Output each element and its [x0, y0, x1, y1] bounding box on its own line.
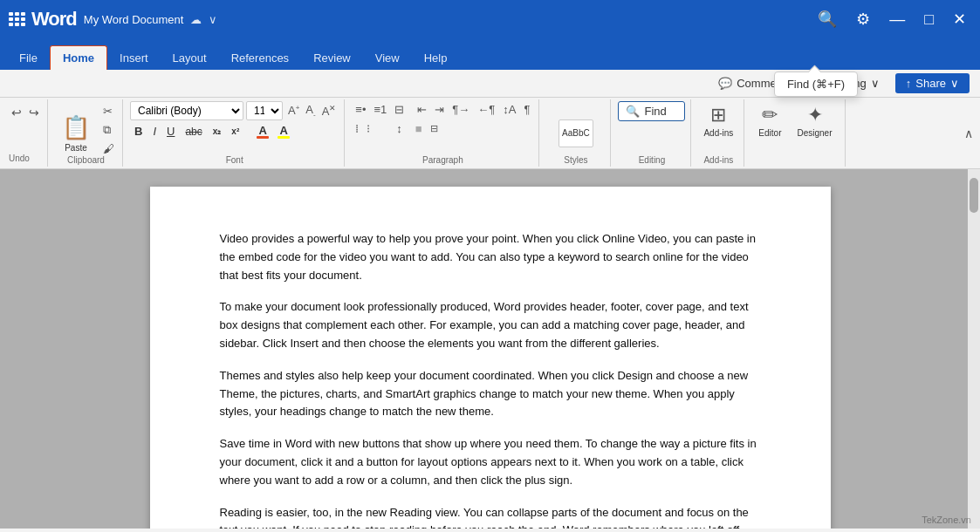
tab-view[interactable]: View	[363, 46, 412, 70]
paragraph-1: Video provides a powerful way to help yo…	[220, 230, 761, 284]
maximize-button[interactable]: □	[917, 7, 941, 32]
scrollbar[interactable]	[968, 169, 980, 529]
share-icon: ↑	[906, 77, 912, 90]
styles-label: Styles	[541, 155, 610, 165]
rtl-button[interactable]: ←¶	[474, 101, 498, 118]
paragraph-4: Save time in Word with new buttons that …	[220, 435, 761, 489]
addins-group: ⊞ Add-ins Add-ins	[693, 99, 744, 167]
align-right-button[interactable]	[374, 120, 384, 137]
clear-format-button[interactable]: A✕	[319, 102, 339, 119]
sort-button[interactable]: ↕A	[499, 101, 519, 118]
align-left-button[interactable]: ⁞	[352, 120, 362, 137]
decrease-indent-button[interactable]: ⇤	[414, 101, 430, 118]
font-color-letter: A	[259, 125, 267, 136]
undo-label: Undo	[9, 150, 42, 163]
decrease-font-button[interactable]: A-	[303, 102, 318, 119]
italic-button[interactable]: I	[148, 123, 161, 140]
tab-references[interactable]: References	[219, 46, 301, 70]
bullet-list-button[interactable]: ≡•	[352, 101, 369, 118]
title-bar-left: Word My Word Document ☁ ∨	[7, 8, 804, 31]
share-button[interactable]: ↑ Share ∨	[895, 73, 970, 93]
ribbon-toolbar: ↩ ↪ Undo 📋 Paste ✂ ⧉ 🖌 Clipboard Calibri…	[0, 98, 980, 169]
superscript-button[interactable]: x²	[227, 125, 243, 138]
cloud-icon[interactable]: ☁	[190, 13, 202, 26]
redo-button[interactable]: ↪	[26, 103, 42, 122]
editor-button[interactable]: ✏ Editor	[751, 101, 788, 165]
font-color-bar	[257, 136, 269, 139]
subscript-button[interactable]: x₂	[209, 125, 226, 138]
increase-font-button[interactable]: A+	[285, 102, 302, 119]
tab-file[interactable]: File	[7, 46, 50, 70]
line-spacing-button[interactable]: ↕	[393, 120, 406, 137]
share-label: Share	[915, 77, 946, 90]
shading-button[interactable]: ■	[412, 120, 426, 137]
bold-button[interactable]: B	[130, 123, 147, 140]
designer-label: Designer	[797, 128, 832, 138]
document-area: Video provides a powerful way to help yo…	[0, 169, 980, 529]
find-label: Find	[644, 105, 666, 118]
styles-icon: AaBbC	[559, 119, 593, 147]
font-group: Calibri (Body) 11 A+ A- A✕ B I U abc x₂ …	[125, 99, 345, 167]
tab-home[interactable]: Home	[50, 45, 107, 70]
title-bar-right: 🔍 ⚙ — □ ✕	[811, 6, 973, 32]
font-label: Font	[125, 155, 344, 165]
paragraph-label: Paragraph	[346, 155, 538, 165]
copy-button[interactable]: ⧉	[100, 121, 117, 139]
highlight-bar	[278, 136, 290, 139]
designer-button[interactable]: ✦ Designer	[790, 101, 839, 165]
clipboard-group: 📋 Paste ✂ ⧉ 🖌 Clipboard	[50, 99, 123, 167]
settings-button[interactable]: ⚙	[849, 6, 877, 32]
border-button[interactable]: ⊟	[427, 121, 442, 136]
find-tooltip: Find (⌘+F)	[774, 72, 858, 97]
clipboard-label: Clipboard	[50, 155, 122, 165]
search-button[interactable]: 🔍	[811, 6, 844, 32]
share-chevron-icon: ∨	[950, 77, 959, 90]
tab-review[interactable]: Review	[301, 46, 363, 70]
find-shortcut-text: Find (⌘+F)	[787, 78, 845, 91]
editing-chevron-icon: ∨	[871, 77, 880, 90]
tab-layout[interactable]: Layout	[161, 46, 219, 70]
show-marks-button[interactable]: ¶	[520, 101, 533, 118]
chevron-down-icon[interactable]: ∨	[209, 13, 217, 26]
font-color-button[interactable]: A	[253, 124, 272, 140]
find-button[interactable]: 🔍 Find	[618, 101, 685, 121]
addins-group-label: Add-ins	[693, 155, 744, 165]
strikethrough-button[interactable]: abc	[181, 124, 206, 140]
designer-icon: ✦	[807, 104, 823, 126]
undo-redo-row: ↩ ↪	[9, 103, 42, 122]
app-grid-icon[interactable]	[7, 10, 24, 28]
tab-help[interactable]: Help	[412, 46, 460, 70]
editing-group-label: Editing	[618, 155, 685, 165]
tab-insert[interactable]: Insert	[107, 46, 161, 70]
ltr-button[interactable]: ¶→	[449, 101, 473, 118]
font-size-select[interactable]: 11	[246, 101, 283, 120]
scroll-thumb[interactable]	[970, 178, 978, 213]
minimize-button[interactable]: —	[882, 7, 912, 32]
justify-button[interactable]: ⁠	[385, 120, 392, 137]
watermark: TekZone.vn	[922, 515, 971, 525]
paragraph-2: To make your document look professionall…	[220, 298, 761, 352]
paragraph-group: ≡• ≡1 ⊟ ⇤ ⇥ ¶→ ←¶ ↕A ¶ ⁞ ⁝ ⁠ ↕ ■ ⊟ Parag…	[346, 99, 539, 167]
para-row2: ⁞ ⁝ ⁠ ↕ ■ ⊟	[352, 120, 533, 137]
paragraph-5: Reading is easier, too, in the new Readi…	[220, 504, 761, 529]
comments-icon: 💬	[718, 77, 732, 90]
doc-title: My Word Document	[84, 13, 184, 26]
undo-button[interactable]: ↩	[9, 103, 24, 122]
addins-icon: ⊞	[710, 104, 726, 126]
editing-toolbar-group: 🔍 Find Editing	[613, 99, 691, 167]
paste-label: Paste	[65, 143, 87, 153]
styles-button[interactable]: AaBbC	[550, 116, 602, 151]
font-family-select[interactable]: Calibri (Body)	[130, 101, 243, 120]
font-size-buttons: A+ A- A✕	[285, 102, 339, 119]
numbered-list-button[interactable]: ≡1	[371, 101, 391, 118]
increase-indent-button[interactable]: ⇥	[431, 101, 448, 118]
quick-access-group: ↩ ↪ Undo	[3, 99, 48, 167]
underline-button[interactable]: U	[162, 123, 179, 140]
word-logo: Word	[31, 8, 77, 31]
highlight-color-button[interactable]: A	[274, 124, 293, 140]
cut-button[interactable]: ✂	[100, 103, 117, 119]
close-button[interactable]: ✕	[946, 6, 973, 32]
align-center-button[interactable]: ⁝	[363, 120, 373, 137]
collapse-ribbon-button[interactable]: ∧	[961, 123, 977, 144]
multilevel-list-button[interactable]: ⊟	[391, 101, 408, 118]
